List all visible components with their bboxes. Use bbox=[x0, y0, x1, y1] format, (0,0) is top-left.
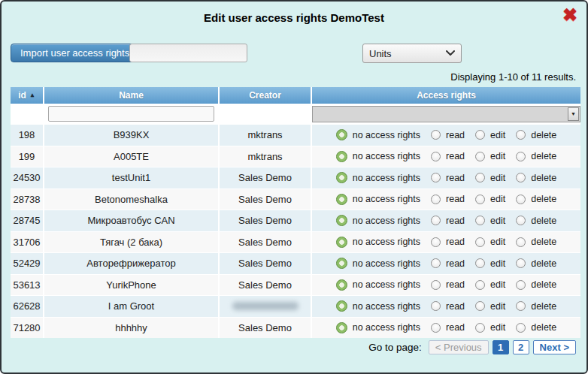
import-access-rights-button[interactable]: Import user access rights bbox=[11, 44, 139, 62]
radio-label-read[interactable]: read bbox=[446, 173, 465, 183]
radio-label-edit[interactable]: edit bbox=[490, 322, 505, 333]
radio-delete[interactable] bbox=[516, 130, 526, 140]
radio-no-access-rights[interactable] bbox=[336, 237, 347, 248]
radio-label-no-access-rights[interactable]: no access rights bbox=[353, 279, 420, 290]
radio-label-no-access-rights[interactable]: no access rights bbox=[353, 173, 420, 183]
radio-read[interactable] bbox=[431, 258, 441, 268]
column-header-id[interactable]: id ▲ bbox=[11, 87, 43, 104]
radio-label-edit[interactable]: edit bbox=[490, 237, 505, 247]
column-header-creator[interactable]: Creator bbox=[220, 87, 311, 104]
radio-read[interactable] bbox=[431, 173, 441, 182]
radio-label-no-access-rights[interactable]: no access rights bbox=[353, 216, 420, 226]
radio-label-read[interactable]: read bbox=[446, 151, 465, 161]
radio-read[interactable] bbox=[431, 237, 441, 247]
radio-delete[interactable] bbox=[516, 173, 526, 182]
radio-label-delete[interactable]: delete bbox=[531, 216, 556, 226]
radio-edit[interactable] bbox=[475, 173, 485, 182]
radio-delete[interactable] bbox=[516, 216, 526, 225]
radio-label-no-access-rights[interactable]: no access rights bbox=[353, 322, 420, 333]
radio-edit[interactable] bbox=[475, 323, 485, 333]
radio-label-read[interactable]: read bbox=[446, 237, 465, 247]
radio-edit[interactable] bbox=[475, 195, 485, 204]
radio-delete[interactable] bbox=[516, 195, 526, 204]
radio-edit[interactable] bbox=[475, 258, 485, 268]
access-rights-filter-select[interactable]: ▼ bbox=[312, 106, 580, 122]
radio-label-delete[interactable]: delete bbox=[531, 173, 556, 183]
radio-label-delete[interactable]: delete bbox=[531, 194, 556, 204]
item-type-select[interactable]: Units bbox=[362, 44, 462, 63]
radio-label-delete[interactable]: delete bbox=[531, 151, 556, 161]
radio-label-read[interactable]: read bbox=[446, 216, 465, 226]
radio-no-access-rights[interactable] bbox=[336, 215, 347, 226]
access-options: no access rightsreadeditdelete bbox=[312, 318, 580, 339]
radio-no-access-rights[interactable] bbox=[336, 129, 347, 140]
radio-label-edit[interactable]: edit bbox=[490, 258, 505, 269]
radio-no-access-rights[interactable] bbox=[336, 279, 347, 291]
name-filter-input[interactable] bbox=[48, 106, 215, 122]
radio-no-access-rights[interactable] bbox=[336, 172, 347, 183]
next-page-button[interactable]: Next > bbox=[533, 340, 576, 354]
radio-read[interactable] bbox=[431, 195, 441, 204]
radio-label-read[interactable]: read bbox=[446, 130, 465, 140]
dropdown-arrow-icon[interactable]: ▼ bbox=[568, 107, 579, 121]
radio-label-edit[interactable]: edit bbox=[490, 194, 505, 204]
radio-read[interactable] bbox=[431, 216, 441, 225]
cell-id: 24530 bbox=[11, 167, 43, 189]
radio-no-access-rights[interactable] bbox=[336, 151, 347, 162]
radio-label-edit[interactable]: edit bbox=[490, 173, 505, 183]
radio-label-edit[interactable]: edit bbox=[490, 130, 505, 140]
radio-edit[interactable] bbox=[475, 280, 485, 290]
radio-no-access-rights[interactable] bbox=[336, 322, 347, 333]
import-file-input[interactable] bbox=[129, 44, 247, 62]
radio-label-read[interactable]: read bbox=[446, 258, 465, 269]
radio-label-read[interactable]: read bbox=[446, 194, 465, 204]
radio-label-delete[interactable]: delete bbox=[531, 279, 556, 290]
column-header-access-rights[interactable]: Access rights bbox=[312, 87, 580, 104]
column-header-name[interactable]: Name bbox=[44, 87, 218, 104]
radio-label-edit[interactable]: edit bbox=[490, 151, 505, 161]
radio-label-edit[interactable]: edit bbox=[490, 301, 505, 312]
table-row: 31706 Тягач (2 бака) Sales Demo no acces… bbox=[11, 231, 580, 253]
radio-edit[interactable] bbox=[475, 152, 485, 161]
radio-delete[interactable] bbox=[516, 323, 526, 333]
radio-delete[interactable] bbox=[516, 237, 526, 247]
radio-read[interactable] bbox=[431, 152, 441, 161]
radio-label-delete[interactable]: delete bbox=[531, 322, 556, 333]
radio-label-edit[interactable]: edit bbox=[490, 279, 505, 290]
previous-page-button[interactable]: < Previous bbox=[429, 340, 489, 354]
access-option-edit: edit bbox=[475, 216, 505, 226]
page-button-1[interactable]: 1 bbox=[493, 340, 509, 354]
radio-delete[interactable] bbox=[516, 280, 526, 290]
radio-label-no-access-rights[interactable]: no access rights bbox=[353, 258, 420, 269]
radio-edit[interactable] bbox=[475, 301, 485, 311]
radio-delete[interactable] bbox=[516, 152, 526, 161]
radio-label-no-access-rights[interactable]: no access rights bbox=[353, 237, 420, 247]
radio-edit[interactable] bbox=[475, 216, 485, 225]
radio-label-no-access-rights[interactable]: no access rights bbox=[353, 301, 420, 312]
radio-label-edit[interactable]: edit bbox=[490, 216, 505, 226]
radio-no-access-rights[interactable] bbox=[336, 258, 347, 269]
radio-read[interactable] bbox=[431, 280, 441, 290]
radio-label-read[interactable]: read bbox=[446, 322, 465, 333]
radio-label-no-access-rights[interactable]: no access rights bbox=[353, 130, 420, 140]
radio-delete[interactable] bbox=[516, 258, 526, 268]
radio-label-delete[interactable]: delete bbox=[531, 130, 556, 140]
radio-edit[interactable] bbox=[475, 237, 485, 247]
radio-read[interactable] bbox=[431, 130, 441, 140]
radio-delete[interactable] bbox=[516, 301, 526, 311]
radio-label-no-access-rights[interactable]: no access rights bbox=[353, 151, 420, 161]
radio-label-read[interactable]: read bbox=[446, 301, 465, 312]
radio-read[interactable] bbox=[431, 323, 441, 333]
page-button-2[interactable]: 2 bbox=[513, 340, 529, 354]
radio-label-delete[interactable]: delete bbox=[531, 258, 556, 269]
cell-name: Микроавтобус CAN bbox=[44, 210, 218, 231]
radio-label-delete[interactable]: delete bbox=[531, 237, 556, 247]
radio-label-read[interactable]: read bbox=[446, 279, 465, 290]
radio-label-no-access-rights[interactable]: no access rights bbox=[353, 194, 420, 204]
radio-read[interactable] bbox=[431, 301, 441, 311]
close-icon[interactable]: ✖ bbox=[562, 6, 577, 24]
radio-no-access-rights[interactable] bbox=[336, 194, 347, 205]
radio-no-access-rights[interactable] bbox=[336, 300, 347, 312]
radio-label-delete[interactable]: delete bbox=[531, 301, 556, 312]
radio-edit[interactable] bbox=[475, 130, 485, 140]
